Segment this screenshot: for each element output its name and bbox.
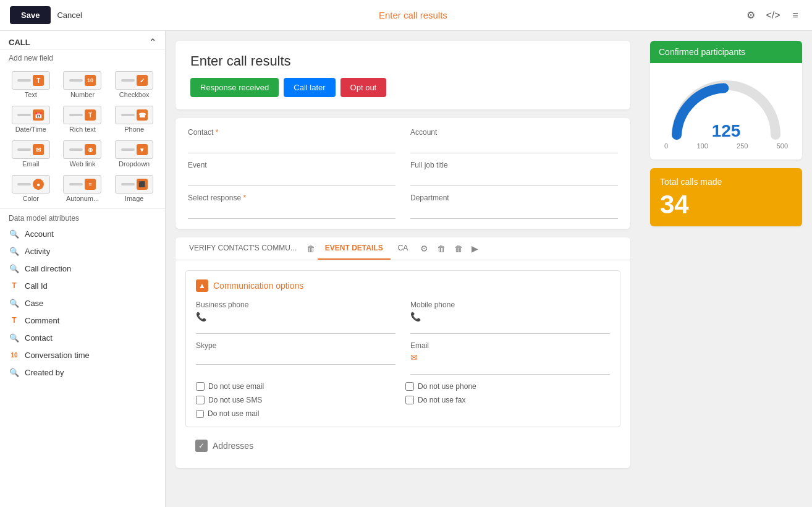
field-type-autonum[interactable]: ≡ Autonum... [58, 173, 108, 205]
field-type-checkbox[interactable]: ✓ Checkbox [109, 69, 159, 101]
field-type-color[interactable]: ● Color [6, 173, 56, 205]
no-mail-checkbox: Do not use mail [196, 409, 610, 418]
select-response-input[interactable] [188, 204, 395, 219]
sidebar-item-callid[interactable]: T Call Id [0, 277, 165, 294]
field-type-weblink[interactable]: ⊕ Web link [58, 138, 108, 170]
comm-title: Communication options [213, 281, 303, 291]
sidebar-item-case[interactable]: 🔍 Case [0, 294, 165, 312]
sidebar-item-calldirection[interactable]: 🔍 Call direction [0, 260, 165, 277]
no-email-check[interactable] [196, 382, 205, 391]
tab-ca[interactable]: CA [391, 237, 416, 260]
fulljob-input[interactable] [410, 171, 618, 186]
tab-event-details[interactable]: EVENT DETAILS [318, 237, 391, 260]
form-card: Contact * Account Event Full job title [176, 118, 630, 229]
sidebar-item-account-label: Account [25, 229, 54, 239]
sidebar-item-activity[interactable]: 🔍 Activity [0, 242, 165, 260]
call-later-button[interactable]: Call later [284, 78, 335, 97]
field-type-datetime[interactable]: 📅 Date/Time [6, 103, 56, 135]
field-type-grid: T Text 10 Number ✓ Checkbox [0, 65, 165, 208]
addr-collapse-btn[interactable]: ✓ [195, 440, 208, 452]
gauge-label-100: 100 [696, 142, 708, 150]
call-action-buttons: Response received Call later Opt out [190, 78, 615, 97]
search-icon: 🔍 [9, 263, 20, 274]
data-model-label: Data model attributes [0, 208, 165, 225]
event-input[interactable] [188, 171, 395, 186]
no-fax-checkbox: Do not use fax [405, 396, 610, 404]
skype-label: Skype [196, 341, 395, 350]
skype-field: Skype [196, 341, 395, 375]
field-type-text[interactable]: T Text [6, 69, 56, 101]
mobile-phone-label: Mobile phone [410, 300, 610, 309]
field-label-richtext: Rich text [69, 126, 96, 133]
email-input[interactable] [410, 362, 610, 375]
no-phone-label: Do not use phone [418, 382, 476, 391]
skype-input[interactable] [196, 352, 395, 365]
fulljob-label: Full job title [410, 161, 618, 169]
no-sms-checkbox: Do not use SMS [196, 396, 400, 404]
gauge-label-250: 250 [737, 142, 748, 150]
no-mail-label: Do not use mail [208, 409, 259, 418]
tabs-content: ▲ Communication options Business phone 📞… [176, 260, 630, 468]
department-input[interactable] [410, 204, 618, 219]
sidebar-item-contact[interactable]: 🔍 Contact [0, 329, 165, 346]
sidebar-item-callid-label: Call Id [25, 281, 48, 291]
business-phone-input[interactable] [196, 322, 395, 334]
total-calls-label: Total calls made [660, 177, 792, 187]
field-type-richtext[interactable]: T Rich text [58, 103, 108, 135]
field-type-image[interactable]: ⬛ Image [109, 173, 159, 205]
tab-delete-btn[interactable]: 🗑 [434, 242, 448, 255]
no-mail-check[interactable] [196, 410, 204, 418]
opt-out-button[interactable]: Opt out [340, 78, 387, 97]
select-response-label: Select response * [188, 194, 395, 202]
save-button[interactable]: Save [10, 6, 51, 24]
sidebar-section-call[interactable]: CALL ⌃ [0, 31, 165, 50]
right-panel: Confirmed participants 125 0 100 250 500 [640, 31, 812, 507]
total-calls-value: 34 [660, 192, 792, 218]
search-icon: 🔍 [9, 228, 20, 239]
field-type-number[interactable]: 10 Number [58, 69, 108, 101]
no-fax-check[interactable] [405, 396, 414, 404]
sidebar-item-comment[interactable]: T Comment [0, 312, 165, 329]
search-icon: 🔍 [9, 367, 20, 378]
gauge-wrap: 125 [664, 73, 788, 141]
content-area: Enter call results Response received Cal… [166, 31, 640, 507]
gauge-labels: 0 100 250 500 [664, 142, 788, 150]
mobile-phone-input[interactable] [410, 322, 610, 334]
tab-more-btn[interactable]: ▶ [469, 242, 481, 255]
sidebar-item-calldirection-label: Call direction [25, 264, 71, 273]
account-input[interactable] [410, 138, 618, 153]
email-field: Email ✉ [410, 341, 610, 375]
number-type-icon: 10 [9, 349, 20, 360]
contact-input[interactable] [188, 138, 395, 153]
field-type-dropdown[interactable]: ▼ Dropdown [109, 138, 159, 170]
no-sms-check[interactable] [196, 396, 205, 404]
comm-collapse-btn[interactable]: ▲ [196, 279, 208, 292]
field-label-text: Text [25, 91, 37, 98]
no-phone-check[interactable] [405, 382, 414, 391]
field-type-phone[interactable]: ☎ Phone [109, 103, 159, 135]
field-label-checkbox: Checkbox [119, 91, 150, 98]
response-received-button[interactable]: Response received [190, 78, 279, 97]
business-phone-label: Business phone [196, 300, 395, 309]
no-email-label: Do not use email [208, 382, 264, 391]
no-phone-checkbox: Do not use phone [405, 382, 610, 391]
field-type-email[interactable]: ✉ Email [6, 138, 56, 170]
tab-delete2-btn[interactable]: 🗑 [452, 242, 465, 255]
text-type-icon: T [9, 280, 20, 291]
sidebar-item-account[interactable]: 🔍 Account [0, 225, 165, 242]
tab-settings-btn[interactable]: ⚙ [418, 242, 431, 255]
sidebar-item-contact-label: Contact [25, 333, 53, 343]
sidebar-item-createdby[interactable]: 🔍 Created by [0, 364, 165, 381]
data-model-list: 🔍 Account 🔍 Activity 🔍 Call direction T … [0, 225, 165, 381]
cancel-button[interactable]: Cancel [57, 11, 82, 20]
sidebar-item-convtime[interactable]: 10 Conversation time [0, 346, 165, 364]
mobile-phone-icon: 📞 [410, 312, 610, 322]
settings-icon[interactable]: ≡ [789, 9, 802, 22]
gear-icon[interactable]: ⚙ [744, 9, 758, 22]
tabs-header: VERIFY CONTACT'S COMMU... 🗑 EVENT DETAIL… [176, 237, 630, 260]
topbar: Save Cancel Enter call results ⚙ </> ≡ [0, 0, 812, 31]
mobile-phone-field: Mobile phone 📞 [410, 300, 610, 334]
code-icon[interactable]: </> [766, 9, 780, 22]
tab-verify-contact[interactable]: VERIFY CONTACT'S COMMU... [182, 237, 304, 260]
tab-delete-verify-btn[interactable]: 🗑 [304, 242, 318, 255]
